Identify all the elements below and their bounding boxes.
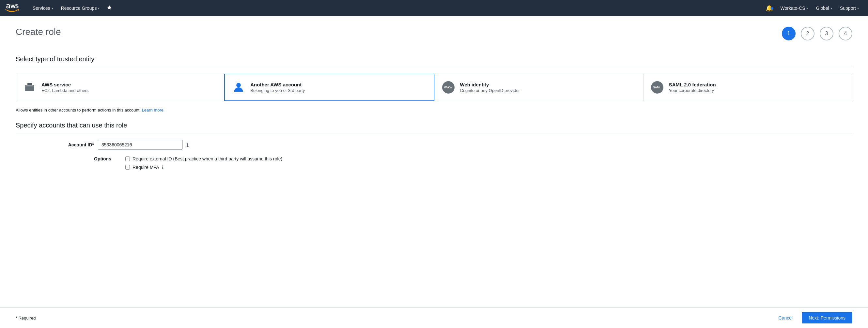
require-mfa-row[interactable]: Require MFA ℹ <box>125 165 282 170</box>
svg-rect-2 <box>26 85 33 86</box>
nav-right: 🔔 Workato-CS ▾ Global ▾ Support ▾ <box>762 0 863 16</box>
require-mfa-label: Require MFA <box>132 165 159 170</box>
page-footer: * Required Cancel Next: Permissions <box>0 307 868 328</box>
web-identity-icon: WWW <box>441 80 456 95</box>
user-chevron-icon: ▾ <box>806 6 808 10</box>
required-label: * Required <box>16 316 36 321</box>
another-aws-account-card[interactable]: Another AWS account Belonging to you or … <box>224 74 434 101</box>
require-mfa-checkbox[interactable] <box>125 165 130 169</box>
step-3-circle[interactable]: 3 <box>820 27 833 40</box>
require-external-id-row[interactable]: Require external ID (Best practice when … <box>125 156 282 161</box>
web-identity-card[interactable]: WWW Web identity Cognito or any OpenID p… <box>434 74 643 101</box>
header-row: Create role 1 2 3 4 <box>16 27 852 46</box>
section1-title: Select type of trusted entity <box>16 56 852 67</box>
saml-federation-icon: SAML <box>650 80 664 95</box>
options-checkboxes: Require external ID (Best practice when … <box>125 156 282 170</box>
saml-badge: SAML <box>651 81 663 94</box>
aws-service-text: AWS service EC2, Lambda and others <box>41 82 89 93</box>
region-nav-item[interactable]: Global ▾ <box>812 0 836 16</box>
saml-federation-title: SAML 2.0 federation <box>669 82 716 87</box>
step-4-circle[interactable]: 4 <box>839 27 852 40</box>
user-label: Workato-CS <box>780 5 805 11</box>
pin-icon[interactable] <box>103 5 115 12</box>
svg-rect-0 <box>25 85 34 91</box>
description-text: Allows entities in other accounts to per… <box>16 108 852 112</box>
web-identity-text: Web identity Cognito or any OpenID provi… <box>460 82 520 93</box>
saml-federation-subtitle: Your corporate directory <box>669 88 716 93</box>
svg-point-3 <box>236 83 241 87</box>
account-id-input[interactable] <box>98 140 183 150</box>
another-aws-account-title: Another AWS account <box>250 82 305 87</box>
entity-cards: AWS service EC2, Lambda and others Anoth… <box>16 74 852 101</box>
account-id-row: Account ID* ℹ <box>16 140 852 150</box>
support-nav-item[interactable]: Support ▾ <box>836 0 863 16</box>
account-id-info-icon[interactable]: ℹ <box>187 142 189 148</box>
aws-service-subtitle: EC2, Lambda and others <box>41 88 89 93</box>
aws-service-card[interactable]: AWS service EC2, Lambda and others <box>16 74 224 101</box>
another-aws-account-subtitle: Belonging to you or 3rd party <box>250 88 305 93</box>
notification-dot <box>771 7 773 10</box>
user-nav-item[interactable]: Workato-CS ▾ <box>777 0 812 16</box>
account-id-label: Account ID* <box>55 142 94 147</box>
learn-more-link[interactable]: Learn more <box>142 108 163 112</box>
web-identity-subtitle: Cognito or any OpenID provider <box>460 88 520 93</box>
web-identity-title: Web identity <box>460 82 520 87</box>
step-indicator: 1 2 3 4 <box>782 27 852 40</box>
footer-actions: Cancel Next: Permissions <box>773 313 852 323</box>
next-permissions-button[interactable]: Next: Permissions <box>802 313 852 323</box>
region-chevron-icon: ▾ <box>831 6 832 10</box>
another-aws-account-icon <box>231 80 246 95</box>
services-chevron-icon: ▾ <box>52 6 53 10</box>
support-label: Support <box>840 5 856 11</box>
saml-federation-text: SAML 2.0 federation Your corporate direc… <box>669 82 716 93</box>
support-chevron-icon: ▾ <box>857 6 859 10</box>
step-1-circle[interactable]: 1 <box>782 27 796 40</box>
step-2-circle[interactable]: 2 <box>801 27 814 40</box>
cancel-button[interactable]: Cancel <box>773 313 798 323</box>
require-mfa-info-icon[interactable]: ℹ <box>162 165 163 170</box>
require-external-id-label: Require external ID (Best practice when … <box>132 156 282 161</box>
region-label: Global <box>816 5 829 11</box>
resource-groups-label: Resource Groups <box>61 5 97 11</box>
resource-groups-nav-item[interactable]: Resource Groups ▾ <box>57 0 104 16</box>
www-badge: WWW <box>442 81 455 94</box>
aws-logo[interactable] <box>5 4 21 13</box>
options-row: Options Require external ID (Best practi… <box>16 156 852 170</box>
aws-service-icon <box>23 80 37 95</box>
notification-bell[interactable]: 🔔 <box>762 5 777 12</box>
navbar: Services ▾ Resource Groups ▾ 🔔 Workato-C… <box>0 0 868 16</box>
require-external-id-checkbox[interactable] <box>125 157 130 161</box>
saml-federation-card[interactable]: SAML SAML 2.0 federation Your corporate … <box>643 74 852 101</box>
section2-title: Specify accounts that can use this role <box>16 122 852 133</box>
options-label: Options <box>94 156 120 161</box>
aws-service-title: AWS service <box>41 82 89 87</box>
page-title: Create role <box>16 27 61 37</box>
services-nav-item[interactable]: Services ▾ <box>29 0 57 16</box>
resource-groups-chevron-icon: ▾ <box>98 6 99 10</box>
main-content: Create role 1 2 3 4 Select type of trust… <box>0 16 868 328</box>
services-label: Services <box>33 5 50 11</box>
another-aws-account-text: Another AWS account Belonging to you or … <box>250 82 305 93</box>
